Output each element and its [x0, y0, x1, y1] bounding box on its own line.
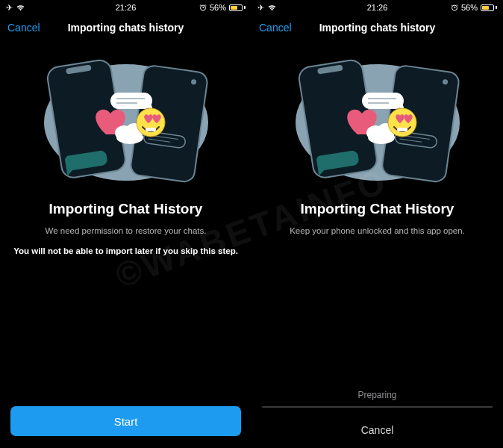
screen-progress-step: ✈ 21:26 56% Cancel Importing chats histo…: [251, 0, 503, 448]
nav-cancel-button[interactable]: Cancel: [7, 22, 40, 34]
nav-bar: Cancel Importing chats history: [251, 15, 503, 40]
nav-title: Importing chats history: [319, 22, 436, 34]
hero-title: Importing Chat History: [0, 201, 251, 217]
hero-warning: You will not be able to import later if …: [0, 245, 251, 257]
status-time: 21:26: [367, 3, 388, 12]
svg-rect-16: [146, 128, 156, 131]
wifi-icon: [16, 4, 25, 11]
progress-label: Preparing: [262, 390, 493, 400]
hero-title: Importing Chat History: [251, 201, 503, 217]
battery-percent: 56%: [461, 3, 478, 12]
bottom-progress: Preparing Cancel: [251, 381, 503, 448]
svg-rect-26: [362, 93, 404, 109]
nav-title: Importing chats history: [68, 22, 184, 34]
progress-bar: [262, 406, 493, 408]
status-time: 21:26: [116, 3, 137, 12]
screen-start-step: ✈ 21:26 56% Cancel Importing chats histo…: [0, 0, 251, 448]
nav-cancel-button[interactable]: Cancel: [259, 22, 292, 34]
airplane-icon: ✈: [257, 3, 264, 13]
start-button[interactable]: Start: [10, 406, 241, 436]
svg-point-15: [137, 108, 165, 137]
svg-rect-33: [397, 128, 407, 131]
svg-rect-9: [110, 93, 152, 109]
status-bar: ✈ 21:26 56%: [0, 0, 251, 15]
alarm-icon: [451, 4, 458, 11]
svg-point-31: [368, 131, 395, 144]
illustration: [251, 54, 503, 184]
illustration: [0, 54, 251, 184]
status-bar: ✈ 21:26 56%: [251, 0, 503, 15]
hero-subtitle: We need permission to restore your chats…: [0, 225, 251, 237]
svg-point-14: [116, 131, 143, 144]
battery-icon: [229, 4, 246, 11]
cancel-import-button[interactable]: Cancel: [262, 424, 493, 436]
battery-icon: [481, 4, 497, 11]
svg-point-32: [388, 108, 416, 137]
battery-percent: 56%: [210, 3, 226, 12]
alarm-icon: [199, 4, 207, 11]
bottom-actions: Start: [0, 397, 251, 448]
airplane-icon: ✈: [6, 3, 13, 13]
hero-subtitle: Keep your phone unlocked and this app op…: [251, 225, 503, 237]
wifi-icon: [267, 4, 277, 11]
nav-bar: Cancel Importing chats history: [0, 15, 251, 40]
